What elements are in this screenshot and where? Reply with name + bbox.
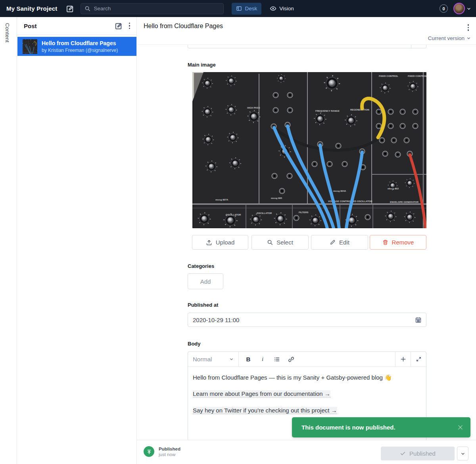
insert-block-button[interactable] <box>395 352 411 367</box>
publish-menu-button[interactable] <box>457 447 468 460</box>
chevron-down-icon <box>466 36 471 40</box>
toast-message: This document is now published. <box>301 424 395 431</box>
document-menu-button[interactable] <box>467 23 470 32</box>
version-selector[interactable]: Current version <box>428 35 471 41</box>
expand-icon <box>416 356 422 362</box>
chevron-down-icon <box>461 451 465 456</box>
published-at-field <box>188 313 426 327</box>
select-button[interactable]: Select <box>251 235 309 250</box>
tool-strip-content-label[interactable]: Content <box>4 23 10 42</box>
search-icon <box>84 6 90 11</box>
categories-label: Categories <box>188 263 214 269</box>
upload-button-label: Upload <box>216 239 235 246</box>
body-link-twitter[interactable]: Say hey on Twitter if you're checking ou… <box>193 407 337 414</box>
main-image-preview[interactable] <box>192 72 426 228</box>
document-title: Hello from Cloudflare Pages <box>144 23 223 30</box>
bold-button[interactable]: B <box>241 352 255 367</box>
select-button-label: Select <box>276 239 293 246</box>
editor-header: Hello from Cloudflare Pages Current vers… <box>137 17 476 45</box>
list-item-post[interactable]: Hello from Cloudflare Pages by Kristian … <box>17 37 136 56</box>
remove-button-label: Remove <box>392 239 414 246</box>
tab-vision[interactable]: Vision <box>265 3 298 15</box>
paragraph-style-select[interactable]: Normal <box>188 352 239 367</box>
document-editor-pane: Hello from Cloudflare Pages Current vers… <box>137 17 476 464</box>
global-search[interactable] <box>81 3 224 14</box>
document-list-pane: Post Hello from Cloudflare Pages by Kris… <box>17 17 137 464</box>
project-title: My Sanity Project <box>6 5 57 12</box>
avatar[interactable] <box>453 3 465 14</box>
edit-button-label: Edit <box>339 239 349 246</box>
clipped-slug-field[interactable] <box>188 45 426 48</box>
pencil-icon <box>330 239 336 245</box>
search-icon <box>267 239 273 245</box>
chevron-down-icon <box>229 357 234 361</box>
link-icon <box>288 356 294 363</box>
pane-menu-button[interactable] <box>128 22 131 30</box>
upload-button[interactable]: Upload <box>192 235 248 250</box>
user-menu-button[interactable] <box>466 6 471 11</box>
app-window: My Sanity Project Desk Vision 0 Content <box>0 0 476 464</box>
version-label: Current version <box>428 35 464 41</box>
remove-button[interactable]: Remove <box>370 235 426 250</box>
pane-title: Post <box>24 23 37 29</box>
tab-vision-label: Vision <box>279 6 294 11</box>
notification-badge[interactable]: 0 <box>440 4 448 13</box>
add-category-button[interactable]: Add <box>188 273 223 289</box>
fullscreen-button[interactable] <box>411 352 426 367</box>
upload-icon <box>206 239 212 246</box>
edit-button[interactable]: Edit <box>311 235 368 250</box>
publish-button-label: Published <box>409 450 436 457</box>
check-icon <box>400 451 406 456</box>
italic-button[interactable]: i <box>255 352 270 367</box>
eye-icon <box>270 5 276 12</box>
list-item-title: Hello from Cloudflare Pages <box>42 40 118 46</box>
published-at-input[interactable] <box>193 317 407 323</box>
new-document-icon[interactable] <box>115 22 122 29</box>
publish-status-time: just now <box>159 452 180 457</box>
publish-status-title: Published <box>159 447 180 451</box>
chevron-down-icon <box>466 6 471 11</box>
body-link-documentation[interactable]: Learn more about Pages from our document… <box>193 390 330 397</box>
publish-toast: This document is now published. <box>292 417 470 437</box>
body-paragraph[interactable]: Hello from Cloudflare Pages — this is my… <box>193 374 421 382</box>
body-label: Body <box>188 341 201 347</box>
document-list-header: Post <box>17 17 136 35</box>
publish-status[interactable]: Published just now <box>144 446 180 457</box>
main-image-label: Main image <box>188 62 216 68</box>
paragraph-style-value: Normal <box>193 356 212 363</box>
list-item-subtitle: by Kristian Freeman (@signalnerve) <box>42 48 118 53</box>
published-at-label: Published at <box>188 302 218 308</box>
body-editor-toolbar: Normal B i <box>188 352 426 367</box>
editor-footer: Published just now Published <box>137 440 476 464</box>
compose-button[interactable] <box>66 5 73 12</box>
calendar-icon <box>415 317 422 323</box>
bullet-list-button[interactable] <box>270 352 284 367</box>
post-thumbnail <box>23 39 37 54</box>
publish-icon <box>146 449 152 455</box>
trash-icon <box>382 239 388 245</box>
bullet-list-icon <box>274 356 280 363</box>
published-status-icon <box>144 446 154 457</box>
tab-desk-label: Desk <box>245 6 257 11</box>
tab-desk[interactable]: Desk <box>232 3 261 15</box>
toast-close-button[interactable] <box>457 424 463 430</box>
desk-icon <box>236 6 242 11</box>
compose-icon <box>66 5 73 12</box>
publish-button[interactable]: Published <box>381 447 455 460</box>
top-navbar: My Sanity Project Desk Vision 0 <box>0 0 476 17</box>
plus-icon <box>400 356 406 362</box>
tool-strip: Content <box>0 17 17 464</box>
close-icon <box>457 424 463 430</box>
calendar-button[interactable] <box>415 317 422 323</box>
link-button[interactable] <box>284 352 298 367</box>
search-input[interactable] <box>94 6 213 11</box>
